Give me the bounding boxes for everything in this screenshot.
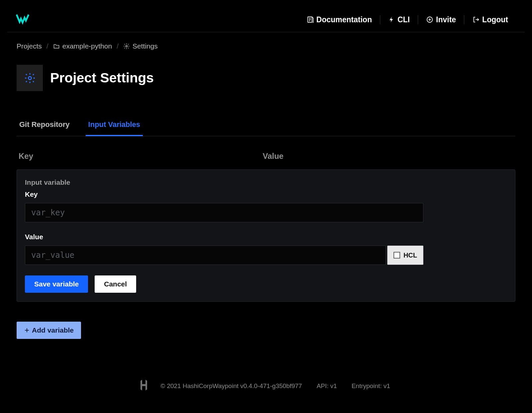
documentation-label: Documentation (316, 15, 372, 24)
add-variable-label: Add variable (32, 326, 74, 334)
value-input[interactable] (25, 246, 386, 265)
folder-icon (53, 43, 60, 50)
plus-circle-icon (426, 16, 433, 23)
card-title: Input variable (25, 178, 507, 186)
breadcrumb-settings-label: Settings (133, 42, 158, 50)
plus-icon (24, 327, 30, 333)
key-input[interactable] (25, 203, 423, 222)
svg-point-7 (126, 46, 127, 47)
logout-link[interactable]: Logout (464, 15, 516, 24)
footer-version: Waypoint v0.4.0-471-g350bf977 (213, 382, 302, 389)
invite-link[interactable]: Invite (418, 15, 464, 24)
cancel-button[interactable]: Cancel (95, 275, 136, 293)
footer-entrypoint: Entrypoint: v1 (348, 382, 394, 390)
svg-point-8 (28, 76, 31, 79)
tab-git-repository[interactable]: Git Repository (17, 120, 72, 136)
add-variable-button[interactable]: Add variable (17, 322, 81, 339)
gear-icon (24, 72, 36, 84)
invite-label: Invite (436, 15, 456, 24)
bolt-icon (388, 16, 395, 23)
tabs: Git Repository Input Variables (17, 120, 515, 136)
key-field-label: Key (25, 190, 507, 198)
footer-api: API: v1 (313, 382, 340, 390)
documentation-link[interactable]: Documentation (299, 15, 380, 24)
logout-icon (472, 16, 480, 23)
logout-label: Logout (482, 15, 508, 24)
footer-copyright: © 2021 HashiCorp (160, 382, 213, 389)
breadcrumb-projects[interactable]: Projects (17, 42, 42, 50)
value-field-label: Value (25, 233, 507, 241)
breadcrumb: Projects / example-python / Settings (17, 42, 515, 50)
page-title: Project Settings (50, 70, 154, 86)
waypoint-logo[interactable] (16, 14, 29, 25)
breadcrumb-project-label: example-python (62, 42, 112, 50)
hashicorp-icon (138, 379, 149, 392)
tab-input-variables[interactable]: Input Variables (86, 120, 143, 136)
input-variable-card: Input variable Key Value HCL Save variab… (17, 169, 515, 302)
column-header-key: Key (19, 152, 263, 161)
breadcrumb-separator: / (117, 42, 119, 50)
hcl-label: HCL (403, 252, 417, 259)
breadcrumb-project[interactable]: example-python (53, 42, 112, 50)
breadcrumb-separator: / (46, 42, 48, 50)
cli-label: CLI (398, 15, 410, 24)
gear-icon (123, 43, 130, 50)
hcl-toggle[interactable]: HCL (387, 246, 423, 265)
footer: © 2021 HashiCorpWaypoint v0.4.0-471-g350… (7, 366, 525, 406)
title-icon-box (17, 65, 43, 91)
hcl-checkbox[interactable] (394, 252, 400, 258)
breadcrumb-settings: Settings (123, 42, 158, 50)
column-header-value: Value (263, 152, 284, 161)
document-icon (307, 16, 314, 23)
save-variable-button[interactable]: Save variable (25, 275, 88, 293)
cli-link[interactable]: CLI (380, 15, 418, 24)
